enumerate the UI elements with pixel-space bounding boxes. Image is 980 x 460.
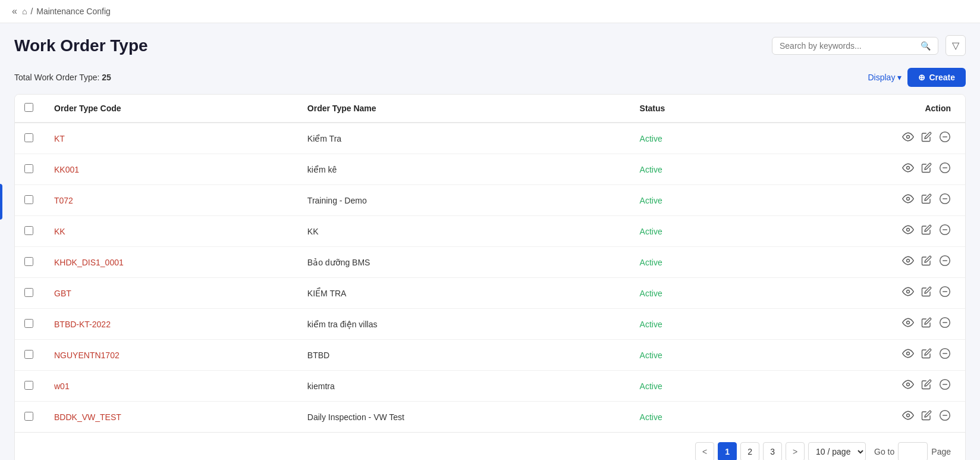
row-action-cell (758, 247, 965, 278)
delete-icon[interactable] (939, 317, 951, 331)
status-badge: Active (640, 351, 662, 360)
row-checkbox-cell (15, 247, 45, 278)
delete-icon[interactable] (939, 131, 951, 146)
table-row: BTBD-KT-2022 kiểm tra điện villas Active (15, 309, 965, 340)
delete-icon[interactable] (939, 409, 951, 424)
row-name-cell: KIỂM TRA (298, 278, 630, 309)
order-type-code-link[interactable]: KK (54, 227, 65, 236)
view-icon[interactable] (902, 131, 914, 146)
row-status-cell: Active (630, 185, 758, 216)
order-type-code-link[interactable]: w01 (54, 381, 70, 391)
row-name-cell: Bảo dưỡng BMS (298, 247, 630, 278)
row-name-cell: kiemtra (298, 371, 630, 402)
table-row: KK001 kiểm kê Active (15, 154, 965, 185)
prev-page-button[interactable]: < (695, 442, 714, 460)
svg-point-24 (907, 383, 910, 386)
page-3-button[interactable]: 3 (763, 442, 782, 460)
row-status-cell: Active (630, 340, 758, 371)
row-checkbox-7[interactable] (24, 350, 33, 359)
view-icon[interactable] (902, 317, 914, 331)
row-action-cell (758, 402, 965, 433)
row-action-cell (758, 371, 965, 402)
row-checkbox-6[interactable] (24, 319, 33, 328)
order-type-code-link[interactable]: GBT (54, 289, 71, 298)
create-button[interactable]: ⊕ Create (907, 68, 966, 87)
delete-icon[interactable] (939, 378, 951, 393)
edit-icon[interactable] (921, 193, 932, 207)
view-icon[interactable] (902, 348, 914, 362)
table-row: w01 kiemtra Active (15, 371, 965, 402)
order-type-code-link[interactable]: BTBD-KT-2022 (54, 320, 111, 329)
row-checkbox-2[interactable] (24, 195, 33, 204)
row-action-cell (758, 216, 965, 247)
row-checkbox-cell (15, 402, 45, 433)
row-checkbox-9[interactable] (24, 412, 33, 421)
row-action-cell (758, 278, 965, 309)
order-type-code-link[interactable]: KT (54, 134, 65, 143)
edit-icon[interactable] (921, 132, 932, 145)
search-input[interactable] (780, 41, 916, 51)
row-action-cell (758, 185, 965, 216)
svg-point-0 (907, 136, 910, 139)
page-title: Work Order Type (14, 36, 148, 55)
svg-point-18 (907, 321, 910, 324)
edit-icon[interactable] (921, 255, 932, 269)
edit-icon[interactable] (921, 379, 932, 393)
row-checkbox-3[interactable] (24, 226, 33, 235)
view-icon[interactable] (902, 224, 914, 239)
svg-point-15 (907, 290, 910, 293)
per-page-select[interactable]: 10 / page 20 / page 50 / page (808, 442, 866, 460)
collapse-icon[interactable]: « (12, 6, 17, 17)
row-checkbox-cell (15, 371, 45, 402)
row-checkbox-8[interactable] (24, 381, 33, 390)
table-row: KHDK_DIS1_0001 Bảo dưỡng BMS Active (15, 247, 965, 278)
edit-icon[interactable] (921, 286, 932, 300)
chevron-down-icon: ▾ (897, 73, 902, 82)
view-icon[interactable] (902, 255, 914, 270)
table-row: NGUYENTN1702 BTBD Active (15, 340, 965, 371)
row-checkbox-5[interactable] (24, 288, 33, 297)
select-all-checkbox[interactable] (24, 103, 33, 112)
page-2-button[interactable]: 2 (740, 442, 759, 460)
delete-icon[interactable] (939, 224, 951, 239)
row-checkbox-4[interactable] (24, 257, 33, 266)
edit-icon[interactable] (921, 224, 932, 238)
delete-icon[interactable] (939, 162, 951, 177)
order-type-code-link[interactable]: KK001 (54, 165, 79, 174)
row-code-cell: T072 (45, 185, 298, 216)
view-icon[interactable] (902, 409, 914, 424)
edit-icon[interactable] (921, 162, 932, 176)
table-header-row: Order Type Code Order Type Name Status A… (15, 95, 965, 123)
delete-icon[interactable] (939, 286, 951, 301)
view-icon[interactable] (902, 193, 914, 208)
row-checkbox-0[interactable] (24, 133, 33, 142)
edit-icon[interactable] (921, 317, 932, 331)
order-type-code-link[interactable]: KHDK_DIS1_0001 (54, 258, 124, 267)
row-name-cell: kiểm tra điện villas (298, 309, 630, 340)
edit-icon[interactable] (921, 410, 932, 424)
next-page-button[interactable]: > (786, 442, 805, 460)
view-icon[interactable] (902, 378, 914, 393)
order-type-code-link[interactable]: T072 (54, 196, 73, 205)
edit-icon[interactable] (921, 348, 932, 362)
goto-input[interactable] (898, 442, 928, 460)
delete-icon[interactable] (939, 193, 951, 208)
view-icon[interactable] (902, 286, 914, 301)
select-all-col (15, 95, 45, 123)
filter-button[interactable]: ▽ (946, 35, 966, 56)
row-code-cell: BDDK_VW_TEST (45, 402, 298, 433)
row-name-cell: KK (298, 216, 630, 247)
goto-label: Go to (874, 447, 894, 456)
row-action-cell (758, 309, 965, 340)
order-type-code-link[interactable]: NGUYENTN1702 (54, 351, 120, 360)
view-icon[interactable] (902, 162, 914, 177)
delete-icon[interactable] (939, 348, 951, 362)
order-type-code-link[interactable]: BDDK_VW_TEST (54, 412, 121, 422)
row-checkbox-1[interactable] (24, 164, 33, 173)
display-button[interactable]: Display ▾ (868, 73, 902, 82)
home-icon[interactable]: ⌂ (22, 7, 27, 16)
row-name-cell: Kiểm Tra (298, 123, 630, 154)
row-code-cell: KK001 (45, 154, 298, 185)
page-1-button[interactable]: 1 (718, 442, 737, 460)
delete-icon[interactable] (939, 255, 951, 270)
